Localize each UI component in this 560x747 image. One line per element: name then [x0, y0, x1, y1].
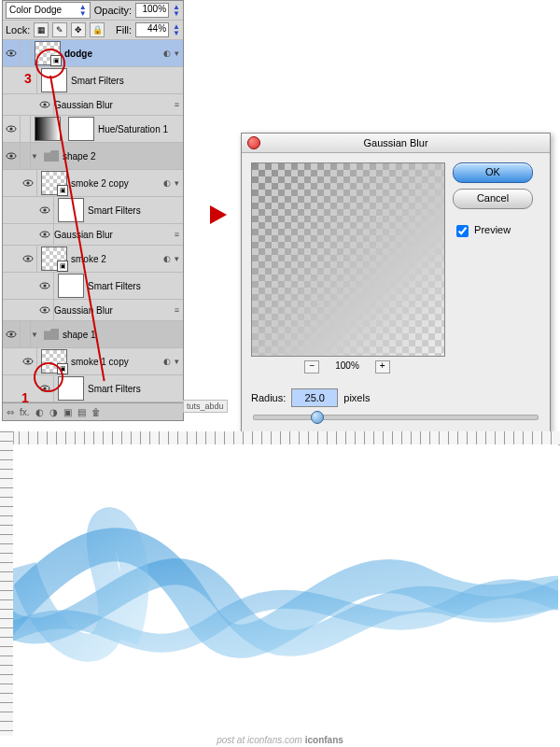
filter-mask-thumb[interactable] — [58, 274, 84, 298]
layer-name: smoke 1 copy — [71, 357, 163, 367]
lock-label: Lock: — [6, 24, 30, 35]
visibility-toggle[interactable] — [36, 94, 54, 115]
new-layer-icon[interactable]: ▤ — [77, 407, 86, 417]
filter-mask-thumb[interactable] — [58, 376, 84, 401]
filter-settings-icon[interactable]: ≡ — [175, 100, 179, 109]
disclosure-triangle-icon[interactable]: ▼ — [31, 152, 40, 161]
visibility-toggle[interactable] — [36, 300, 54, 320]
layer-thumb[interactable]: ▣ — [41, 349, 67, 374]
blur-preview[interactable] — [251, 162, 445, 357]
svg-point-15 — [26, 257, 29, 260]
visibility-toggle[interactable] — [36, 224, 54, 245]
visibility-toggle[interactable] — [20, 170, 37, 196]
close-icon[interactable] — [247, 136, 260, 149]
filter-gaussian-blur[interactable]: Gaussian Blur ≡ — [3, 224, 183, 246]
document-tab[interactable]: tuts_abdu — [183, 400, 228, 413]
cancel-button[interactable]: Cancel — [453, 189, 533, 209]
smart-object-icon: ▣ — [57, 363, 68, 374]
preview-checkbox[interactable]: Preview — [453, 222, 533, 240]
visibility-toggle[interactable] — [36, 375, 54, 402]
layer-mask-icon[interactable]: ◐ — [35, 407, 44, 417]
layers-list: ▣ dodge ◐▾ Smart Filters Gaussian Blur ≡ — [3, 40, 183, 402]
smart-object-icon: ▣ — [50, 55, 62, 66]
layer-mask-thumb[interactable] — [68, 117, 94, 141]
document-canvas[interactable] — [13, 444, 558, 736]
fx-icon[interactable]: fx. — [20, 407, 30, 417]
svg-point-9 — [26, 181, 29, 184]
layer-smoke-1-copy[interactable]: ▣ smoke 1 copy ◐▾ — [3, 348, 183, 375]
visibility-toggle[interactable] — [20, 246, 37, 272]
visibility-toggle[interactable] — [3, 143, 21, 169]
smart-filters-row[interactable]: Smart Filters — [3, 197, 183, 224]
filter-gaussian-blur[interactable]: Gaussian Blur ≡ — [3, 94, 183, 116]
visibility-toggle[interactable] — [3, 321, 21, 347]
folder-icon — [44, 150, 59, 162]
layer-dodge[interactable]: ▣ dodge ◐▾ — [3, 40, 183, 67]
filter-settings-icon[interactable]: ≡ — [175, 230, 179, 239]
lock-paint-icon[interactable]: ✎ — [52, 22, 67, 37]
layer-smoke-2-copy[interactable]: ▣ smoke 2 copy ◐▾ — [3, 170, 183, 197]
visibility-toggle[interactable] — [36, 273, 54, 299]
slider-knob[interactable] — [311, 411, 324, 424]
radius-slider[interactable] — [253, 415, 539, 420]
fill-field[interactable]: 44% — [135, 22, 169, 37]
visibility-toggle[interactable] — [36, 197, 54, 223]
layer-thumb[interactable]: ▣ — [41, 247, 67, 271]
new-group-icon[interactable]: ▣ — [63, 407, 72, 417]
svg-point-23 — [26, 359, 29, 362]
lock-all-icon[interactable]: 🔒 — [90, 22, 105, 37]
fill-stepper-icon[interactable]: ▲▼ — [173, 23, 180, 36]
layer-thumb[interactable]: ▣ — [41, 171, 67, 195]
folder-icon — [44, 329, 59, 340]
zoom-level: 100% — [335, 360, 359, 371]
lock-transparency-icon[interactable]: ▦ — [34, 22, 49, 37]
credit-line: post at iconfans.com iconfans — [0, 735, 560, 745]
filter-settings-icon[interactable]: ≡ — [175, 305, 179, 315]
layer-thumb[interactable]: ▣ — [35, 41, 61, 65]
svg-point-11 — [43, 208, 46, 211]
layer-name: smoke 2 copy — [71, 178, 163, 189]
gaussian-blur-dialog: Gaussian Blur − 100% + OK Cancel Preview… — [241, 133, 551, 434]
smart-filters-label: Smart Filters — [71, 76, 183, 86]
blend-mode-select[interactable]: Color Dodge ▲▼ — [6, 2, 91, 19]
ok-button[interactable]: OK — [453, 162, 533, 183]
smart-filters-row[interactable]: Smart Filters — [3, 375, 183, 402]
link-layers-icon[interactable]: ⇔ — [7, 407, 14, 417]
dropdown-arrows-icon: ▲▼ — [79, 4, 87, 17]
radius-unit: pixels — [343, 392, 370, 403]
zoom-in-button[interactable]: + — [375, 360, 390, 374]
wave-artwork — [13, 444, 558, 736]
blend-mode-value: Color Dodge — [9, 4, 62, 17]
layer-name: smoke 2 — [71, 254, 163, 264]
visibility-toggle[interactable] — [20, 348, 37, 374]
filter-mask-thumb[interactable] — [41, 68, 67, 92]
delete-layer-icon[interactable]: 🗑 — [91, 407, 101, 417]
svg-point-19 — [43, 308, 46, 311]
layer-name: dodge — [64, 49, 163, 59]
visibility-toggle[interactable] — [3, 116, 21, 142]
group-name: shape 1 — [63, 330, 183, 340]
lock-buttons: ▦ ✎ ✥ 🔒 — [34, 22, 105, 37]
disclosure-triangle-icon[interactable]: ▼ — [31, 331, 40, 339]
filter-name: Gaussian Blur — [54, 100, 175, 110]
radius-input[interactable] — [291, 388, 338, 407]
layer-hue-saturation[interactable]: Hue/Saturation 1 — [3, 116, 183, 143]
ruler-vertical — [0, 431, 14, 736]
opacity-stepper-icon[interactable]: ▲▼ — [173, 4, 180, 17]
radius-label: Radius: — [251, 392, 286, 403]
lock-position-icon[interactable]: ✥ — [71, 22, 86, 37]
filter-badge-icon[interactable]: ◐ — [163, 178, 171, 188]
smart-filters-row[interactable]: Smart Filters — [3, 273, 183, 300]
svg-point-13 — [43, 233, 46, 235]
visibility-toggle[interactable] — [3, 40, 21, 66]
group-shape-2[interactable]: ▼ shape 2 — [3, 143, 183, 170]
filter-badge-icon[interactable]: ◐ — [163, 49, 171, 58]
zoom-out-button[interactable]: − — [304, 360, 319, 374]
ruler-horizontal — [0, 431, 560, 445]
adjustment-layer-icon[interactable]: ◑ — [49, 407, 58, 417]
svg-point-5 — [9, 127, 12, 130]
smart-object-icon: ▣ — [57, 261, 68, 272]
layer-smoke-2[interactable]: ▣ smoke 2 ◐▾ — [3, 246, 183, 273]
opacity-field[interactable]: 100% — [135, 3, 169, 18]
layers-panel: Color Dodge ▲▼ Opacity: 100% ▲▼ Lock: ▦ … — [2, 0, 184, 421]
